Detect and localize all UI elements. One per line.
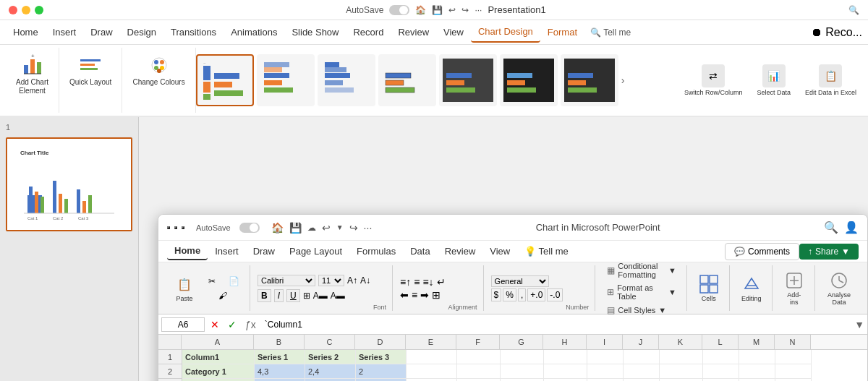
font-name-select[interactable]: Calibri [258, 275, 315, 286]
cell-K2[interactable] [660, 364, 703, 379]
excel-search-icon[interactable]: 🔍 [824, 221, 838, 234]
chart-style-5[interactable] [439, 54, 497, 106]
close-button[interactable] [9, 6, 17, 14]
align-middle-icon[interactable]: ≡ [414, 276, 420, 288]
record-btn[interactable]: ⏺ Reco... [811, 26, 862, 39]
excel-tab-draw[interactable]: Draw [246, 243, 282, 260]
undo-icon[interactable]: ↩ [448, 5, 456, 15]
excel-redo-icon[interactable]: ↪ [349, 222, 358, 234]
excel-tab-insert[interactable]: Insert [208, 243, 246, 260]
wrap-text-icon[interactable]: ↵ [437, 276, 446, 288]
align-center-icon[interactable]: ≡ [412, 289, 417, 301]
font-size-up-icon[interactable]: A↑ [347, 275, 357, 286]
chart-style-6[interactable] [500, 54, 558, 106]
excel-undo-arrow[interactable]: ▼ [336, 223, 344, 231]
cell-G2[interactable] [501, 364, 544, 379]
cell-L2[interactable] [703, 364, 739, 379]
switch-row-column-button[interactable]: ⇄ Switch Row/Column [678, 61, 749, 99]
cell-I1[interactable] [587, 350, 624, 364]
ppt-nav-home[interactable]: Home [6, 22, 46, 42]
excel-tab-formulas[interactable]: Formulas [349, 243, 403, 260]
excel-tab-data[interactable]: Data [403, 243, 437, 260]
col-header-J[interactable]: J [623, 335, 659, 349]
increase-decimal-icon[interactable]: +.0 [527, 288, 545, 301]
ppt-nav-slideshow[interactable]: Slide Show [284, 22, 346, 42]
cell-F2[interactable] [457, 364, 501, 379]
col-header-L[interactable]: L [702, 335, 739, 349]
align-right-icon[interactable]: ➡ [420, 289, 429, 301]
excel-tab-page-layout[interactable]: Page Layout [282, 243, 349, 260]
font-color-icon[interactable]: A▬ [331, 291, 345, 301]
ppt-nav-view[interactable]: View [436, 22, 471, 42]
addins-button[interactable]: Add-ins [780, 267, 809, 309]
comma-icon[interactable]: , [518, 288, 526, 301]
change-colours-button[interactable]: Change Colours [128, 51, 189, 90]
cell-I2[interactable] [587, 364, 624, 379]
row-header-1[interactable]: 1 [158, 350, 182, 364]
tell-me-input[interactable]: 🔍 Tell me [590, 27, 631, 38]
minimize-button[interactable] [22, 6, 30, 14]
border-icon[interactable]: ⊞ [303, 291, 310, 301]
cell-M2[interactable] [739, 364, 775, 379]
conditional-formatting-button[interactable]: ▦ Conditional Formatting ▼ [603, 260, 680, 281]
col-header-A[interactable]: A [182, 335, 254, 349]
paste-button[interactable]: 📋 Paste [170, 271, 199, 305]
ppt-window-controls[interactable] [9, 6, 43, 14]
cell-F1[interactable] [457, 350, 501, 364]
autosave-toggle[interactable] [389, 5, 409, 15]
excel-autosave-toggle[interactable] [239, 223, 260, 233]
chart-style-3[interactable] [318, 54, 375, 106]
col-header-E[interactable]: E [406, 335, 456, 349]
col-header-F[interactable]: F [456, 335, 500, 349]
ppt-nav-draw[interactable]: Draw [83, 22, 119, 42]
excel-tab-home[interactable]: Home [167, 242, 208, 260]
excel-tab-tell-me[interactable]: 💡 Tell me [517, 243, 576, 260]
excel-maximize-button[interactable] [182, 226, 184, 229]
format-as-table-button[interactable]: ⊞ Format as Table ▼ [603, 282, 680, 302]
ppt-nav-animations[interactable]: Animations [224, 22, 284, 42]
cell-N1[interactable] [775, 350, 812, 364]
ppt-nav-design[interactable]: Design [120, 22, 163, 42]
number-format-select[interactable]: General [491, 275, 549, 287]
cell-M1[interactable] [739, 350, 775, 364]
cell-K1[interactable] [660, 350, 703, 364]
cell-E1[interactable] [407, 350, 457, 364]
select-data-button[interactable]: 📊 Select Data [751, 61, 796, 99]
cell-N2[interactable] [775, 364, 812, 379]
cell-B2[interactable]: 4,3 [255, 364, 305, 379]
font-size-down-icon[interactable]: A↓ [360, 275, 370, 286]
merge-cells-icon[interactable]: ⊞ [432, 289, 441, 301]
search-icon[interactable]: 🔍 [848, 5, 859, 15]
excel-comments-button[interactable]: 💬 Comments [725, 243, 799, 260]
editing-button[interactable]: Editing [737, 271, 766, 305]
excel-undo-icon[interactable]: ↩ [322, 222, 331, 234]
excel-save-icon[interactable]: 💾 [289, 222, 302, 234]
align-top-icon[interactable]: ≡↑ [400, 276, 411, 288]
cut-button[interactable]: ✂ [202, 275, 222, 288]
cells-button[interactable]: Cells [694, 271, 723, 305]
cell-G1[interactable] [501, 350, 544, 364]
italic-button[interactable]: I [274, 289, 284, 302]
col-header-B[interactable]: B [254, 335, 305, 349]
excel-cloud-icon[interactable]: ☁ [307, 223, 316, 233]
underline-button[interactable]: U [286, 289, 300, 302]
ppt-nav-insert[interactable]: Insert [46, 22, 84, 42]
excel-window-buttons[interactable] [167, 226, 184, 229]
col-header-H[interactable]: H [543, 335, 587, 349]
cell-D1[interactable]: Series 3 [356, 350, 407, 364]
excel-tab-view[interactable]: View [482, 243, 517, 260]
confirm-formula-button[interactable]: ✓ [225, 317, 239, 332]
chart-style-7[interactable] [561, 54, 618, 106]
slide-thumbnail[interactable]: Chart Title Cat 1 Cat 2 Cat 3 [6, 137, 132, 231]
edit-data-in-excel-button[interactable]: 📋 Edit Data in Excel [799, 61, 862, 99]
chart-style-2[interactable] [257, 54, 315, 106]
cell-C1[interactable]: Series 2 [305, 350, 356, 364]
col-header-G[interactable]: G [500, 335, 543, 349]
format-painter-button[interactable]: 🖌 [202, 289, 244, 302]
formula-input[interactable] [262, 318, 851, 331]
col-header-I[interactable]: I [587, 335, 623, 349]
cell-H2[interactable] [544, 364, 587, 379]
cell-E2[interactable] [407, 364, 457, 379]
font-size-select[interactable]: 11 [318, 275, 344, 286]
col-header-N[interactable]: N [775, 335, 811, 349]
